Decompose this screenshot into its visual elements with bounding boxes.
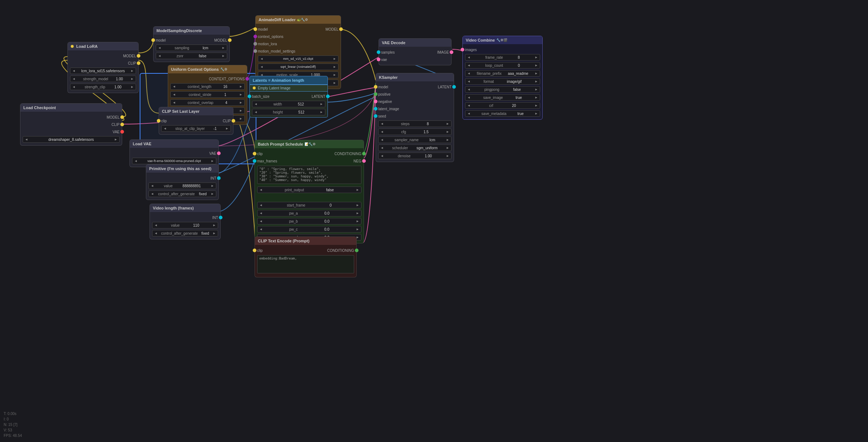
vc-crf-field[interactable]: ◄ crf 20 ► xyxy=(465,102,540,109)
vc-images-port[interactable] xyxy=(461,48,464,51)
vd-image-out-port[interactable] xyxy=(450,50,453,54)
ks-negative-port[interactable] xyxy=(374,100,377,103)
cte-text-field[interactable]: embedding:BadDream, xyxy=(257,255,354,273)
bps-pw-a-field[interactable]: ◄ pw_a 0.0 ► xyxy=(257,210,361,216)
bps-clip-port[interactable] xyxy=(253,152,256,155)
model-sampling-title: ModelSamplingDiscrete xyxy=(156,28,202,33)
ms-model-out-port[interactable] xyxy=(228,38,232,42)
cte-cond-out-port[interactable] xyxy=(355,249,359,252)
vae-decode-body: samples IMAGE vae xyxy=(379,47,451,65)
uco-out-port[interactable] xyxy=(245,77,249,81)
clip-set-layer-header: CLIP Set Last Layer xyxy=(159,107,233,115)
ks-sampler-field[interactable]: ◄ sampler_name lcm ► xyxy=(378,137,452,143)
bps-pw-b-field[interactable]: ◄ pw_b 0.0 ► xyxy=(257,218,361,224)
context-length-row: ◄ context_length 16 ► xyxy=(168,82,247,91)
load-checkpoint-header: Load Checkpoint xyxy=(20,104,122,112)
ps-int-out-port[interactable] xyxy=(217,176,221,180)
ckpt-model-port[interactable] xyxy=(120,115,124,119)
ms-zsnr-field[interactable]: ◄ zsnr false ► xyxy=(156,53,227,59)
ms-sampling-field[interactable]: ◄ sampling lcm ► xyxy=(156,45,227,51)
ad-context-in-port[interactable] xyxy=(253,35,257,38)
vc-frame-rate-row: ◄ frame_rate 8 ► xyxy=(463,53,542,61)
vc-save-image-field[interactable]: ◄ save_image true ► xyxy=(465,94,540,101)
ad-context-input: context_options xyxy=(256,33,341,40)
bps-print-field[interactable]: ◄ print_output false ► xyxy=(257,187,361,193)
ps-value-field[interactable]: ◄ value 888888891 ► xyxy=(148,182,216,189)
vae-decode-title: VAE Decode xyxy=(382,41,406,45)
ad-model-name-field[interactable]: ◄ mm_sd_v15_v2.ckpt ► xyxy=(258,55,338,62)
video-length-body: INT ◄ value 110 ► ◄ control_after_genera… xyxy=(150,212,220,239)
lv-vae-out-port[interactable] xyxy=(217,151,221,155)
vc-pingpong-field[interactable]: ◄ pingpong false ► xyxy=(465,86,540,93)
video-combine-title: Video Combine xyxy=(466,38,495,42)
ad-model-in-port[interactable] xyxy=(253,27,257,31)
ks-scheduler-field[interactable]: ◄ scheduler sgm_uniform ► xyxy=(378,145,452,151)
load-vae-header: Load VAE xyxy=(130,140,218,148)
vd-samples-port[interactable] xyxy=(377,50,380,54)
eli-latent-out-port[interactable] xyxy=(326,95,330,98)
ks-seed-input: seed xyxy=(376,112,454,120)
ps-control-field[interactable]: ◄ control_after_generate fixed ► xyxy=(148,191,216,197)
video-length-node: Video length (frames) INT ◄ value 110 ► … xyxy=(150,204,221,239)
strength-clip-field[interactable]: ◄ strength_clip 1.00 ► xyxy=(70,84,136,90)
vd-samples-input: samples IMAGE xyxy=(379,49,451,56)
vl-control-field[interactable]: ◄ control_after_generate fixed ► xyxy=(152,230,218,237)
csl-stop-field[interactable]: ◄ stop_at_clip_layer -1 ► xyxy=(161,125,231,132)
csl-stop-row: ◄ stop_at_clip_layer -1 ► xyxy=(159,124,233,132)
ks-steps-field[interactable]: ◄ steps 8 ► xyxy=(378,120,452,127)
ksampler-body: model LATENT positive negative latent_im… xyxy=(376,81,454,162)
ad-motion-lora-port[interactable] xyxy=(253,42,257,46)
vd-vae-port[interactable] xyxy=(377,58,380,61)
bps-pw-c-field[interactable]: ◄ pw_c 0.0 ► xyxy=(257,226,361,232)
ks-denoise-field[interactable]: ◄ denoise 1.00 ► xyxy=(378,153,452,159)
ks-seed-port[interactable] xyxy=(374,114,377,118)
ckpt-name-field[interactable]: ◄ dreamshaper_8.safetensors ► xyxy=(23,136,120,143)
bps-neg-out-port[interactable] xyxy=(362,159,366,163)
ms-model-in-port[interactable] xyxy=(151,38,155,42)
ks-positive-port[interactable] xyxy=(374,92,377,96)
ks-latent-in-port[interactable] xyxy=(374,107,377,111)
ad-motion-settings-port[interactable] xyxy=(253,49,257,53)
lv-name-field[interactable]: ◄ vae-ft-ema-560000-ema-pruned.ckpt ► xyxy=(132,158,216,164)
ad-beta-schedule-row: ◄ sqrt_linear (AnimateDiff) ► xyxy=(256,63,341,71)
vc-loop-count-field[interactable]: ◄ loop_count 0 ► xyxy=(465,62,540,69)
strength-model-field[interactable]: ◄ strength_model 1.00 ► xyxy=(70,76,136,82)
bps-cond-out-port[interactable] xyxy=(362,152,366,155)
context-length-field[interactable]: ◄ context_length 16 ► xyxy=(170,83,245,90)
empty-latent-body: batch_size LATENT ◄ width 512 ► ◄ height… xyxy=(249,92,328,118)
bps-maxframes-port[interactable] xyxy=(253,159,256,163)
vae-decode-node: VAE Decode samples IMAGE vae xyxy=(379,38,452,65)
ks-steps-row: ◄ steps 8 ► xyxy=(376,120,454,128)
lv-vae-output: VAE xyxy=(130,150,218,157)
clip-text-encode-header: CLIP Text Encode (Prompt) xyxy=(255,237,356,245)
vc-filename-field[interactable]: ◄ filename_prefix aaa_readme ► xyxy=(465,70,540,77)
ks-model-port[interactable] xyxy=(374,85,377,89)
eli-batch-port[interactable] xyxy=(248,95,251,98)
eli-width-field[interactable]: ◄ width 512 ► xyxy=(252,101,325,107)
ks-cfg-field[interactable]: ◄ cfg 1.5 ► xyxy=(378,128,452,135)
ad-beta-field[interactable]: ◄ sqrt_linear (AnimateDiff) ► xyxy=(258,64,338,70)
ps-int-output: INT xyxy=(146,174,218,182)
lora-clip-port[interactable] xyxy=(137,61,140,65)
bps-start-frame-field[interactable]: ◄ start_frame 0 ► xyxy=(257,202,361,208)
lora-name-field[interactable]: ◄ lcm_lora_sd15.safetensors ► xyxy=(70,68,136,74)
ad-model-out-port[interactable] xyxy=(339,27,343,31)
ckpt-vae-port[interactable] xyxy=(120,130,124,134)
ckpt-clip-port[interactable] xyxy=(120,123,124,126)
context-stride-field[interactable]: ◄ context_stride 1 ► xyxy=(170,91,245,98)
ks-latent-out-port[interactable] xyxy=(452,85,456,89)
csl-clip-out-port[interactable] xyxy=(232,119,235,123)
csl-clip-in-port[interactable] xyxy=(157,119,160,123)
bps-text-field[interactable]: "0" : "Spring, flowers, smile", "20" : "… xyxy=(257,166,361,184)
cte-clip-port[interactable] xyxy=(253,249,256,252)
vl-value-field[interactable]: ◄ value 110 ► xyxy=(152,222,218,228)
eli-width-row: ◄ width 512 ► xyxy=(250,100,328,108)
eli-height-field[interactable]: ◄ height 512 ► xyxy=(252,109,325,115)
vc-frame-rate-field[interactable]: ◄ frame_rate 8 ► xyxy=(465,54,540,61)
status-bar: T: 0.00s I: 0 N: 15 [7] V: 53 FPS: 48.54 xyxy=(4,411,22,438)
vl-int-out-port[interactable] xyxy=(219,216,222,219)
vc-save-metadata-field[interactable]: ◄ save_metadata true ► xyxy=(465,110,540,117)
context-overlap-field[interactable]: ◄ context_overlap 4 ► xyxy=(170,99,245,106)
vc-format-field[interactable]: ◄ format image/gif ► xyxy=(465,78,540,85)
lora-model-port[interactable] xyxy=(137,54,140,58)
